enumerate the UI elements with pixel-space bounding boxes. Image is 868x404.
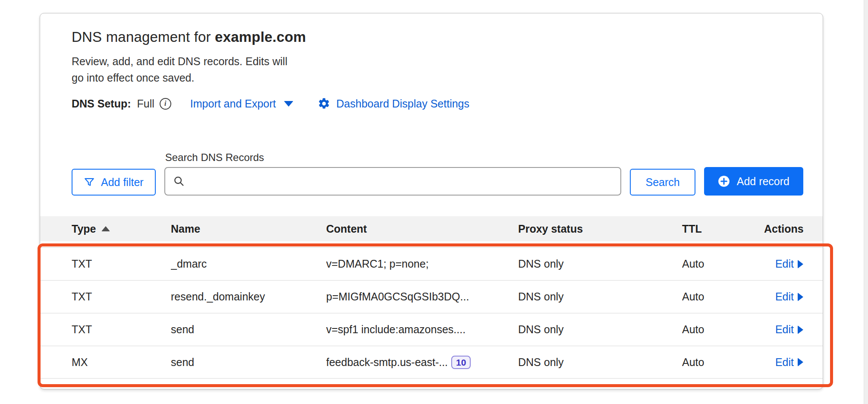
- cell-ttl: Auto: [682, 258, 764, 270]
- domain-name: example.com: [215, 29, 306, 45]
- search-controls: Add filter Search DNS Records Search Add…: [72, 152, 803, 196]
- column-header-content: Content: [326, 223, 518, 235]
- edit-record-button[interactable]: Edit: [775, 290, 803, 303]
- table-row: TXT _dmarc v=DMARC1; p=none; DNS only Au…: [40, 247, 823, 280]
- column-header-name: Name: [171, 223, 326, 235]
- edit-record-button[interactable]: Edit: [775, 356, 803, 369]
- chevron-right-icon: [798, 260, 803, 268]
- cell-type: MX: [72, 356, 171, 369]
- chevron-down-icon: [284, 101, 293, 107]
- table-body: TXT _dmarc v=DMARC1; p=none; DNS only Au…: [40, 247, 823, 379]
- cell-name: send: [171, 323, 326, 336]
- cell-type: TXT: [72, 323, 171, 336]
- cell-proxy-status: DNS only: [518, 356, 682, 369]
- import-export-dropdown[interactable]: Import and Export: [190, 98, 293, 110]
- info-circle-icon[interactable]: i: [160, 98, 171, 110]
- sort-ascending-icon: [101, 226, 110, 231]
- cell-content: feedback-smtp.us-east-...10: [326, 356, 518, 369]
- cell-ttl: Auto: [682, 356, 764, 369]
- plus-circle-icon: [718, 175, 730, 187]
- cell-proxy-status: DNS only: [518, 258, 682, 270]
- cell-ttl: Auto: [682, 290, 764, 303]
- table-row: TXT send v=spf1 include:amazonses.... DN…: [40, 313, 823, 346]
- add-record-button[interactable]: Add record: [704, 167, 803, 196]
- chevron-right-icon: [798, 325, 803, 334]
- cell-content: p=MIGfMA0GCSqGSIb3DQ...: [326, 290, 518, 303]
- search-label: Search DNS Records: [165, 152, 622, 164]
- table-row: MX send feedback-smtp.us-east-...10 DNS …: [40, 346, 823, 379]
- table-header-row: Type Name Content Proxy status TTL Actio…: [40, 216, 823, 241]
- dns-management-card: DNS management for example.com Review, a…: [40, 13, 823, 389]
- column-header-actions: Actions: [764, 223, 804, 235]
- gear-icon: [318, 97, 330, 110]
- cell-type: TXT: [72, 290, 171, 303]
- dns-setup-label: DNS Setup:: [72, 98, 131, 110]
- dashboard-display-settings-link[interactable]: Dashboard Display Settings: [318, 97, 470, 110]
- dns-setup-row: DNS Setup: Full i Import and Export Dash…: [72, 97, 803, 110]
- cell-proxy-status: DNS only: [518, 290, 682, 303]
- column-header-ttl: TTL: [682, 223, 764, 235]
- table-row: TXT resend._domainkey p=MIGfMA0GCSqGSIb3…: [40, 280, 823, 313]
- column-header-proxy-status: Proxy status: [518, 223, 682, 235]
- cell-name: send: [171, 356, 326, 369]
- column-header-type[interactable]: Type: [72, 223, 171, 235]
- chevron-right-icon: [798, 358, 803, 366]
- add-filter-button[interactable]: Add filter: [72, 169, 156, 196]
- edit-record-button[interactable]: Edit: [775, 323, 803, 336]
- mx-priority-badge: 10: [451, 356, 471, 369]
- edit-record-button[interactable]: Edit: [775, 258, 803, 270]
- cell-content: v=spf1 include:amazonses....: [326, 323, 518, 336]
- page-title-prefix: DNS management for: [72, 29, 215, 45]
- cell-content: v=DMARC1; p=none;: [326, 258, 518, 270]
- dns-setup-value: Full: [137, 98, 154, 110]
- search-icon: [173, 175, 185, 187]
- cell-ttl: Auto: [682, 323, 764, 336]
- chevron-right-icon: [798, 293, 803, 301]
- page-title: DNS management for example.com: [72, 29, 803, 45]
- search-button[interactable]: Search: [630, 169, 695, 196]
- dns-records-table: Type Name Content Proxy status TTL Actio…: [40, 216, 823, 379]
- cell-proxy-status: DNS only: [518, 323, 682, 336]
- search-field-group: Search DNS Records: [164, 152, 622, 196]
- scrollbar-track[interactable]: [864, 0, 868, 404]
- search-box: [164, 167, 622, 196]
- filter-funnel-icon: [84, 177, 95, 188]
- cell-name: _dmarc: [171, 258, 326, 270]
- page-description: Review, add, and edit DNS records. Edits…: [72, 53, 803, 86]
- search-input[interactable]: [190, 168, 613, 195]
- cell-name: resend._domainkey: [171, 290, 326, 303]
- cell-type: TXT: [72, 258, 171, 270]
